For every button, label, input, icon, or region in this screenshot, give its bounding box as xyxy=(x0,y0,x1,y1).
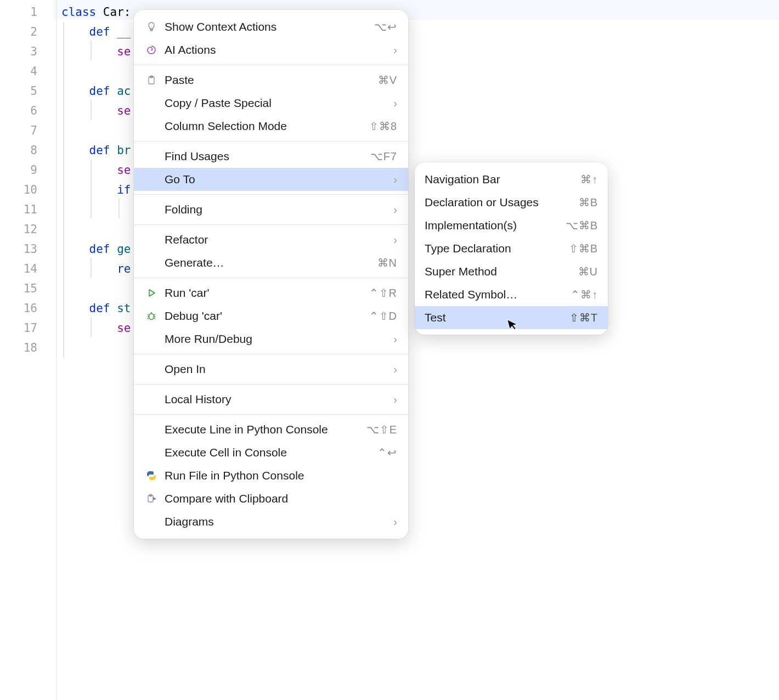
context-menu: Show Context Actions ⌥↩ AI Actions › Pas… xyxy=(134,10,408,539)
chevron-right-icon: › xyxy=(393,97,397,110)
ai-spiral-icon xyxy=(143,44,160,55)
submenu-item-related-symbol[interactable]: Related Symbol… ⌃⌘↑ xyxy=(415,283,608,306)
menu-item-local-history[interactable]: Local History › xyxy=(134,388,408,411)
menu-item-label: Type Declaration xyxy=(425,242,562,255)
chevron-right-icon: › xyxy=(393,173,397,186)
submenu-item-test[interactable]: Test ⇧⌘T xyxy=(415,306,608,329)
menu-separator xyxy=(134,141,408,142)
menu-separator xyxy=(134,414,408,415)
menu-item-run-car[interactable]: Run 'car' ⌃⇧R xyxy=(134,281,408,304)
menu-item-more-run-debug[interactable]: More Run/Debug › xyxy=(134,328,408,351)
menu-item-compare-clipboard[interactable]: Compare with Clipboard xyxy=(134,487,408,510)
menu-shortcut: ⌃⇧R xyxy=(369,286,397,300)
menu-separator xyxy=(134,194,408,195)
menu-item-label: Paste xyxy=(165,74,371,87)
menu-separator xyxy=(134,384,408,385)
menu-item-label: Diagrams xyxy=(165,515,387,528)
line-number: 13 xyxy=(0,239,54,259)
menu-item-folding[interactable]: Folding › xyxy=(134,198,408,221)
menu-separator xyxy=(134,278,408,278)
menu-item-column-selection[interactable]: Column Selection Mode ⇧⌘8 xyxy=(134,115,408,138)
clipboard-icon xyxy=(143,75,160,86)
menu-item-label: Folding xyxy=(165,203,387,216)
go-to-submenu: Navigation Bar ⌘↑ Declaration or Usages … xyxy=(415,162,608,335)
submenu-item-declaration-usages[interactable]: Declaration or Usages ⌘B xyxy=(415,191,608,214)
method-indent-guide xyxy=(63,22,64,358)
line-gutter: 1 2 3 4 5 6 7 8 9 10 11 12 13 14 15 16 1… xyxy=(0,0,54,700)
menu-shortcut: ⇧⌘B xyxy=(569,242,598,255)
line-number: 6 xyxy=(0,101,54,121)
line-number: 8 xyxy=(0,140,54,160)
line-number: 12 xyxy=(0,219,54,239)
line-number: 3 xyxy=(0,42,54,61)
menu-shortcut: ⌥F7 xyxy=(370,150,397,163)
menu-item-label: Compare with Clipboard xyxy=(165,492,397,505)
line-number: 9 xyxy=(0,160,54,180)
menu-item-debug-car[interactable]: Debug 'car' ⌃⇧D xyxy=(134,304,408,328)
submenu-item-type-declaration[interactable]: Type Declaration ⇧⌘B xyxy=(415,237,608,260)
chevron-right-icon: › xyxy=(393,204,397,216)
submenu-item-super-method[interactable]: Super Method ⌘U xyxy=(415,260,608,283)
menu-item-ai-actions[interactable]: AI Actions › xyxy=(134,38,408,61)
menu-item-label: Open In xyxy=(165,363,387,376)
submenu-item-navigation-bar[interactable]: Navigation Bar ⌘↑ xyxy=(415,168,608,191)
menu-item-label: Find Usages xyxy=(165,150,364,163)
menu-item-label: Debug 'car' xyxy=(165,309,363,323)
menu-separator xyxy=(134,354,408,354)
method-indent-guide xyxy=(91,100,92,120)
chevron-right-icon: › xyxy=(393,516,397,528)
menu-item-label: Related Symbol… xyxy=(425,288,564,301)
menu-item-label: Navigation Bar xyxy=(425,173,574,186)
method-indent-guide xyxy=(91,159,92,218)
menu-item-label: Declaration or Usages xyxy=(425,196,572,209)
line-number: 14 xyxy=(0,259,54,279)
menu-item-label: Show Context Actions xyxy=(165,20,368,33)
menu-shortcut: ⇧⌘8 xyxy=(369,120,397,133)
line-number: 2 xyxy=(0,22,54,42)
menu-item-label: More Run/Debug xyxy=(165,332,387,346)
menu-item-refactor[interactable]: Refactor › xyxy=(134,228,408,251)
menu-item-diagrams[interactable]: Diagrams › xyxy=(134,510,408,533)
menu-item-generate[interactable]: Generate… ⌘N xyxy=(134,251,408,274)
menu-shortcut: ⌘B xyxy=(579,196,598,209)
menu-shortcut: ⌘V xyxy=(378,74,397,87)
menu-item-find-usages[interactable]: Find Usages ⌥F7 xyxy=(134,145,408,168)
menu-item-paste[interactable]: Paste ⌘V xyxy=(134,69,408,92)
menu-item-run-file-console[interactable]: Run File in Python Console xyxy=(134,464,408,487)
menu-item-label: Local History xyxy=(165,393,387,406)
menu-item-label: Run 'car' xyxy=(165,286,363,300)
chevron-right-icon: › xyxy=(393,393,397,406)
menu-item-label: Go To xyxy=(165,173,387,186)
menu-item-label: Test xyxy=(425,311,563,324)
menu-item-copy-paste-special[interactable]: Copy / Paste Special › xyxy=(134,92,408,115)
menu-separator xyxy=(134,65,408,65)
line-number: 16 xyxy=(0,298,54,318)
chevron-right-icon: › xyxy=(393,44,397,57)
menu-item-go-to[interactable]: Go To › xyxy=(134,168,408,191)
python-icon xyxy=(143,470,160,481)
menu-shortcut: ⌥⇧E xyxy=(366,423,397,436)
menu-item-label: Execute Cell in Console xyxy=(165,446,371,459)
run-icon xyxy=(143,287,160,298)
line-number: 17 xyxy=(0,318,54,338)
menu-item-show-context-actions[interactable]: Show Context Actions ⌥↩ xyxy=(134,15,408,38)
chevron-right-icon: › xyxy=(393,363,397,376)
menu-item-execute-cell-console[interactable]: Execute Cell in Console ⌃↩ xyxy=(134,441,408,464)
method-indent-guide xyxy=(91,258,92,278)
menu-item-label: Super Method xyxy=(425,265,572,278)
line-number: 5 xyxy=(0,81,54,101)
menu-shortcut: ⌘N xyxy=(377,256,397,269)
menu-item-execute-line-console[interactable]: Execute Line in Python Console ⌥⇧E xyxy=(134,418,408,441)
menu-shortcut: ⌥↩ xyxy=(374,20,397,33)
menu-shortcut: ⌥⌘B xyxy=(566,219,598,232)
menu-item-label: Generate… xyxy=(165,256,371,269)
method-indent-guide xyxy=(118,199,120,218)
menu-shortcut: ⌃⇧D xyxy=(369,309,397,323)
method-indent-guide xyxy=(91,317,92,337)
submenu-item-implementations[interactable]: Implementation(s) ⌥⌘B xyxy=(415,214,608,237)
line-number: 10 xyxy=(0,180,54,200)
menu-item-open-in[interactable]: Open In › xyxy=(134,358,408,381)
menu-shortcut: ⌘↑ xyxy=(580,173,598,186)
menu-separator xyxy=(134,224,408,225)
menu-item-label: Refactor xyxy=(165,233,387,246)
